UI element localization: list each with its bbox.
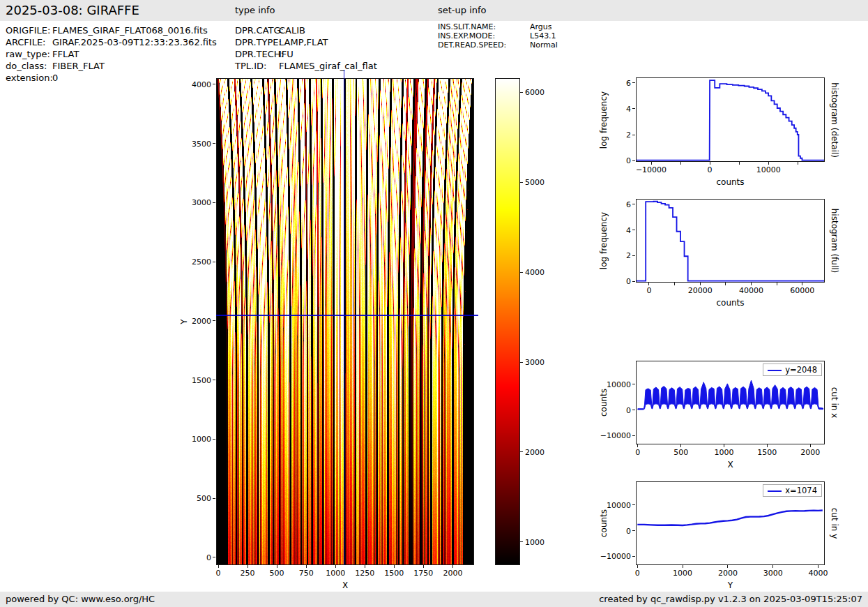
x-tick-mark (724, 444, 724, 447)
x-tick-mark (777, 283, 777, 285)
x-tick-mark (277, 565, 277, 568)
qc-report-page: 2025-03-08: GIRAFFE type info set-up inf… (0, 0, 868, 607)
x-tick-label: 40000 (739, 286, 763, 295)
y-tick-mark (632, 108, 635, 109)
y-tick-mark (632, 556, 635, 557)
y-tick-label: 6 (626, 200, 631, 209)
y-tick-mark (632, 410, 635, 410)
colorbar-gradient (496, 79, 519, 564)
x-tick-mark (810, 444, 811, 447)
raw-image-xlabel: X (342, 580, 348, 590)
x-tick-mark (767, 444, 768, 447)
colorbar-tick-mark (520, 451, 523, 452)
x-tick-label: 1500 (384, 569, 404, 578)
cut-in-y-right-label: cut in y (830, 508, 839, 539)
x-tick-label: 4000 (809, 569, 828, 578)
colorbar-tick-mark (520, 362, 523, 363)
colorbar-tick-label: 4000 (525, 268, 545, 277)
y-tick-mark (632, 384, 635, 384)
cut-in-x-xlabel: X (727, 460, 733, 470)
y-tick-mark (632, 504, 635, 505)
y-tick-label: 500 (197, 494, 211, 503)
x-tick-mark (700, 283, 701, 285)
colorbar (495, 78, 520, 565)
x-tick-mark (365, 565, 365, 568)
y-tick-mark (632, 160, 635, 161)
x-tick-label: 0 (635, 569, 640, 578)
x-tick-mark (680, 162, 681, 165)
y-tick-mark (632, 255, 635, 256)
y-tick-mark (632, 82, 635, 83)
x-tick-label: −10000 (636, 165, 667, 174)
x-tick-label: 1000 (673, 569, 692, 578)
x-tick-mark (423, 565, 424, 568)
y-tick-mark (213, 202, 215, 203)
y-tick-mark (213, 498, 215, 499)
y-tick-label: 3000 (192, 198, 211, 207)
y-tick-mark (213, 557, 215, 557)
y-tick-mark (632, 135, 635, 135)
y-tick-label: 4 (626, 225, 631, 234)
histogram-detail-right-label: histogram (detail) (830, 82, 839, 158)
crosshair-vertical-line (344, 70, 345, 565)
x-tick-mark (651, 162, 652, 165)
x-tick-label: 1000 (715, 448, 734, 457)
y-tick-mark (213, 320, 215, 321)
legend-line-swatch (768, 370, 782, 371)
y-tick-label: 6 (626, 78, 631, 87)
y-tick-label: 0 (626, 277, 631, 286)
histogram-full-axes (636, 199, 825, 283)
x-tick-label: 2000 (718, 569, 738, 578)
x-tick-label: 500 (673, 448, 688, 457)
footer-left: powered by QC: www.eso.org/HC (6, 592, 155, 607)
histogram-detail-xlabel: counts (716, 177, 744, 187)
x-tick-mark (306, 565, 307, 568)
x-tick-mark (727, 565, 728, 568)
x-tick-mark (648, 283, 649, 285)
x-tick-mark (683, 565, 683, 568)
x-tick-mark (772, 565, 773, 568)
x-tick-label: 2000 (800, 448, 820, 457)
colorbar-tick-label: 3000 (525, 358, 545, 367)
cut-in-x-right-label: cut in x (830, 387, 839, 419)
x-tick-mark (768, 162, 769, 165)
x-tick-mark (218, 565, 219, 568)
y-tick-label: 2 (626, 130, 631, 140)
x-tick-label: 0 (646, 286, 651, 295)
x-tick-mark (802, 283, 802, 285)
y-tick-mark (213, 143, 215, 144)
histogram-full-xlabel: counts (716, 298, 744, 308)
colorbar-tick-mark (520, 182, 523, 183)
x-tick-label: 500 (270, 569, 284, 578)
y-tick-label: 2500 (192, 257, 211, 267)
y-tick-label: 2 (626, 251, 631, 260)
y-tick-label: 0 (626, 526, 631, 535)
raw-image-ylabel: Y (179, 319, 189, 324)
colorbar-tick-label: 5000 (525, 178, 545, 187)
x-tick-label: 0 (216, 569, 221, 578)
histogram-full-right-label: histogram (full) (830, 209, 839, 273)
x-tick-label: 1500 (757, 448, 777, 457)
colorbar-tick-mark (520, 92, 523, 93)
x-tick-mark (710, 162, 710, 165)
histogram-detail-ylabel: log frequency (599, 91, 609, 148)
legend-line-swatch (768, 490, 782, 492)
y-tick-label: 1500 (192, 375, 211, 384)
x-tick-mark (739, 162, 740, 165)
y-tick-mark (632, 204, 635, 204)
colorbar-tick-mark (520, 541, 523, 542)
x-tick-label: 0 (635, 448, 640, 457)
y-tick-mark (213, 380, 215, 380)
colorbar-tick-label: 1000 (525, 537, 545, 546)
y-tick-label: 10000 (607, 380, 631, 389)
cut-in-x-ylabel: counts (599, 389, 609, 417)
colorbar-tick-mark (520, 272, 523, 273)
x-tick-label: 750 (299, 569, 314, 578)
raw-image-axes (216, 78, 474, 565)
x-tick-mark (394, 565, 395, 568)
y-tick-label: 2000 (192, 316, 211, 325)
y-tick-label: 0 (206, 553, 211, 562)
footer-bar: powered by QC: www.eso.org/HC created by… (0, 592, 868, 607)
histogram-full-canvas (637, 200, 824, 282)
x-tick-mark (637, 444, 638, 447)
